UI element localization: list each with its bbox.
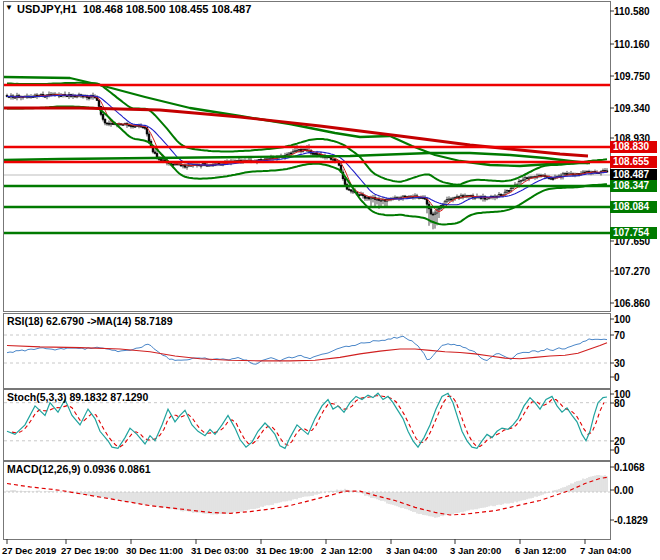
indicator-axis-label: 70 [614,330,625,341]
indicator-axis-label: 0.00 [614,485,633,496]
indicator-axis-label: 30 [614,358,625,369]
time-axis-label: 3 Jan 04:00 [386,545,437,556]
time-axis-label: 2 Jan 12:00 [321,545,372,556]
price-axis-label: 107.270 [614,266,650,277]
price-badge: 108.830 [610,141,657,153]
price-badge: 107.754 [610,227,657,239]
macd-panel-label: MACD(12,26,9) 0.0936 0.0861 [7,463,151,475]
time-axis-label: 6 Jan 12:00 [515,545,566,556]
rsi-panel-label: RSI(18) 62.6790 ->MA(14) 58.7189 [7,315,172,327]
price-badge: 108.347 [610,180,657,192]
main-chart-area [4,77,610,233]
macd-panel [4,475,610,518]
price-axis-label: 110.160 [614,39,650,50]
price-axis-label: 106.860 [614,298,650,309]
time-axis-label: 27 Dec 19:00 [61,545,119,556]
trading-terminal-chart: ▼ USDJPY,H1 108.468 108.500 108.455 108.… [0,0,660,560]
chart-title: USDJPY,H1 108.468 108.500 108.455 108.48… [17,3,251,15]
symbol-period: USDJPY,H1 [17,3,77,15]
price-axis-label: 109.750 [614,71,650,82]
time-axis-label: 3 Jan 20:00 [450,545,501,556]
chart-canvas[interactable] [0,0,660,560]
indicator-axis-label: 0 [614,445,620,456]
indicator-axis-label: 0 [614,372,620,383]
symbol-dropdown-icon[interactable]: ▼ [5,3,13,12]
price-axis-label: 110.580 [614,6,650,17]
time-axis-label: 27 Dec 2019 [2,545,56,556]
indicator-axis-label: -0.1829 [614,515,648,526]
time-axis-label: 7 Jan 04:00 [580,545,631,556]
price-badge: 108.084 [610,201,657,213]
price-axis-label: 109.340 [614,103,650,114]
rsi-panel [4,335,610,364]
indicator-axis-label: 100 [614,314,631,325]
price-badge: 108.655 [610,156,657,168]
ohlc-values: 108.468 108.500 108.455 108.487 [83,3,251,15]
indicator-axis-label: 80 [614,398,625,409]
time-axis-label: 30 Dec 11:00 [126,545,183,556]
time-axis-label: 31 Dec 03:00 [191,545,249,556]
time-axis-label: 31 Dec 19:00 [256,545,314,556]
indicator-axis-label: 0.1068 [614,462,645,473]
stoch-panel-label: Stoch(5,3,3) 89.1832 87.1290 [7,391,148,403]
